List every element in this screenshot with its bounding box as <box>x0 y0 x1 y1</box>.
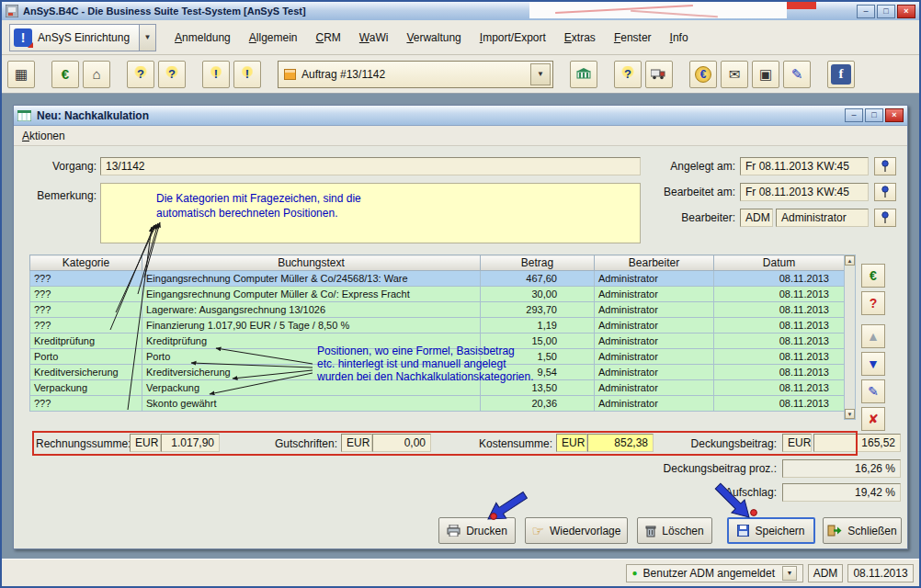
spreadsheet-button[interactable]: ▦ <box>7 61 35 88</box>
move-up-button[interactable]: ▲ <box>861 324 885 348</box>
bank-button[interactable] <box>570 61 597 88</box>
sign-button[interactable]: ✎ <box>783 61 811 88</box>
bearbeiter-code-field[interactable]: ADM <box>740 209 773 227</box>
cell-kategorie[interactable]: ??? <box>30 318 142 334</box>
vorgang-field[interactable]: 13/1142 <box>100 157 641 175</box>
pin-bearbeitet-button[interactable] <box>874 183 896 201</box>
cell-bearbeiter[interactable]: Administrator <box>595 271 714 287</box>
table-row[interactable]: ???Finanzierung 1.017,90 EUR / 5 Tage / … <box>30 318 845 334</box>
menu-extras[interactable]: Extras <box>564 31 596 44</box>
loeschen-button[interactable]: Löschen <box>637 517 712 544</box>
schliessen-button[interactable]: Schließen <box>823 517 902 544</box>
pin-angelegt-button[interactable] <box>874 157 896 175</box>
cell-datum[interactable]: 08.11.2013 <box>714 349 845 365</box>
help-lamp-button-2[interactable]: ? <box>158 61 186 88</box>
speichern-button[interactable]: Speichern <box>727 517 815 544</box>
cell-bearbeiter[interactable]: Administrator <box>595 396 714 412</box>
cell-datum[interactable]: 08.11.2013 <box>714 287 845 302</box>
cell-kategorie[interactable]: ??? <box>30 302 142 318</box>
scroll-down-icon[interactable]: ▼ <box>845 409 855 419</box>
bemerkung-field[interactable]: Die Kategorien mit Fragezeichen, sind di… <box>100 183 641 243</box>
cell-buchungstext[interactable]: Lagerware: Ausgangsrechnung 13/1026 <box>142 302 481 318</box>
home-button[interactable]: ⌂ <box>83 61 110 88</box>
column-betrag[interactable]: Betrag <box>481 255 595 271</box>
copy-button[interactable]: ▣ <box>752 61 779 88</box>
facebook-button[interactable]: f <box>827 61 855 88</box>
cell-bearbeiter[interactable]: Administrator <box>595 287 714 302</box>
position-question-button[interactable]: ? <box>861 291 885 315</box>
drucken-button[interactable]: Drucken <box>438 517 516 544</box>
cell-kategorie[interactable]: ??? <box>30 396 142 412</box>
angelegt-am-field[interactable]: Fr 08.11.2013 KW:45 <box>740 157 869 175</box>
cell-bearbeiter[interactable]: Administrator <box>595 365 714 380</box>
close-button[interactable]: × <box>897 5 915 18</box>
cell-buchungstext[interactable]: Eingangsrechnung Computer Müller & Co/24… <box>142 271 481 287</box>
cell-betrag[interactable]: 467,60 <box>481 271 595 287</box>
column-kategorie[interactable]: Kategorie <box>30 255 142 271</box>
truck-button[interactable] <box>645 61 673 88</box>
mail-button[interactable]: ✉ <box>721 61 748 88</box>
menu-wawi[interactable]: WaWi <box>359 31 389 44</box>
column-datum[interactable]: Datum <box>714 255 845 271</box>
table-row[interactable]: ???Skonto gewährt20,36Administrator08.11… <box>30 396 845 412</box>
menu-import-export[interactable]: Import/Export <box>480 31 546 44</box>
cell-buchungstext[interactable]: Eingangsrechnung Computer Müller & Co/: … <box>142 287 481 302</box>
position-euro-button[interactable]: € <box>861 264 885 288</box>
table-row[interactable]: ???Eingangsrechnung Computer Müller & Co… <box>30 287 845 302</box>
user-session-dropdown-icon[interactable]: ▼ <box>782 566 797 581</box>
child-close-button[interactable]: × <box>885 108 904 122</box>
cell-datum[interactable]: 08.11.2013 <box>714 380 845 396</box>
cell-datum[interactable]: 08.11.2013 <box>714 365 845 380</box>
cell-kategorie[interactable]: Kreditversicherung <box>30 365 142 380</box>
cell-betrag[interactable]: 30,00 <box>481 287 595 302</box>
cell-betrag[interactable]: 1,19 <box>481 318 595 334</box>
menu-info[interactable]: Info <box>670 31 688 44</box>
cell-datum[interactable]: 08.11.2013 <box>714 271 845 287</box>
alert-lamp-button-2[interactable]: ! <box>233 61 261 88</box>
bearbeiter-name-field[interactable]: Administrator <box>776 209 869 227</box>
cell-datum[interactable]: 08.11.2013 <box>714 396 845 412</box>
menu-crm[interactable]: CRM <box>316 31 341 44</box>
scroll-up-icon[interactable]: ▲ <box>845 255 855 266</box>
pin-bearbeiter-button[interactable] <box>874 209 896 227</box>
menu-verwaltung[interactable]: Verwaltung <box>406 31 460 44</box>
cell-datum[interactable]: 08.11.2013 <box>714 318 845 334</box>
cell-bearbeiter[interactable]: Administrator <box>595 318 714 334</box>
cell-bearbeiter[interactable]: Administrator <box>595 302 714 318</box>
cell-kategorie[interactable]: Kreditprüfung <box>30 334 142 349</box>
menu-fenster[interactable]: Fenster <box>614 31 652 44</box>
help-lamp-button-1[interactable]: ? <box>127 61 154 88</box>
help-lamp-button-3[interactable]: ? <box>614 61 642 88</box>
menu-allgemein[interactable]: Allgemein <box>249 31 298 44</box>
menu-aktionen[interactable]: Aktionen <box>22 130 65 142</box>
child-minimize-button[interactable]: – <box>845 108 863 122</box>
delete-position-button[interactable]: ✘ <box>861 407 885 431</box>
wiedervorlage-button[interactable]: ☞ Wiedervorlage <box>525 517 628 544</box>
cell-kategorie[interactable]: Porto <box>30 349 142 365</box>
table-row[interactable]: ???Eingangsrechnung Computer Müller & Co… <box>30 271 845 287</box>
cell-kategorie[interactable]: Verpackung <box>30 380 142 396</box>
column-buchungstext[interactable]: Buchungstext <box>142 255 481 271</box>
table-scrollbar[interactable]: ▲ ▼ <box>844 254 856 420</box>
column-bearbeiter[interactable]: Bearbeiter <box>595 255 714 271</box>
cash-euro-button[interactable]: € <box>51 61 79 88</box>
order-combobox-arrow-icon[interactable]: ▼ <box>530 63 551 85</box>
cell-buchungstext[interactable]: Skonto gewährt <box>142 396 481 412</box>
cell-buchungstext[interactable]: Finanzierung 1.017,90 EUR / 5 Tage / 8,5… <box>142 318 481 334</box>
move-down-button[interactable]: ▼ <box>861 352 885 376</box>
alert-lamp-button-1[interactable]: ! <box>202 61 230 88</box>
menu-anmeldung[interactable]: Anmeldung <box>175 31 231 44</box>
order-combobox[interactable]: Auftrag #13/1142 ▼ <box>278 61 553 88</box>
child-maximize-button[interactable]: □ <box>865 108 883 122</box>
cell-bearbeiter[interactable]: Administrator <box>595 380 714 396</box>
cell-betrag[interactable]: 293,70 <box>481 302 595 318</box>
edit-position-button[interactable]: ✎ <box>861 379 885 403</box>
cell-kategorie[interactable]: ??? <box>30 271 142 287</box>
minimize-button[interactable]: – <box>857 5 875 18</box>
setup-dropdown-arrow-icon[interactable]: ▼ <box>139 25 155 51</box>
cell-bearbeiter[interactable]: Administrator <box>595 349 714 365</box>
cell-datum[interactable]: 08.11.2013 <box>714 302 845 318</box>
euro-coin-button[interactable]: € <box>689 61 717 88</box>
cell-bearbeiter[interactable]: Administrator <box>595 334 714 349</box>
maximize-button[interactable]: □ <box>877 5 895 18</box>
